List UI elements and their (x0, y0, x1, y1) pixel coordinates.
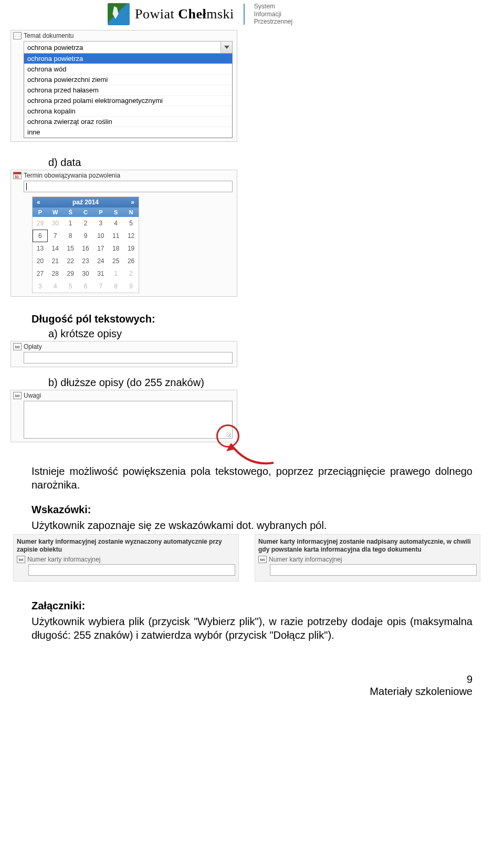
calendar-day-cell[interactable]: 21 (48, 255, 63, 267)
calendar-day-cell[interactable]: 17 (93, 242, 108, 255)
calendar-day-cell[interactable]: 1 (108, 267, 123, 280)
calendar-day-cell[interactable]: 22 (63, 255, 78, 267)
topic-option[interactable]: ochrona powierzchni ziemi (24, 75, 232, 85)
calendar-day-cell[interactable]: 16 (78, 242, 93, 255)
oplaty-field-group: Opłaty (10, 341, 237, 367)
logo-mark-icon (108, 3, 130, 25)
calendar-day-cell[interactable]: 19 (123, 242, 139, 255)
calendar-prev-button[interactable]: « (37, 199, 40, 206)
list-item-a: krótsze opisy (48, 328, 494, 340)
page-footer: 9 Materiały szkoleniowe (10, 673, 472, 698)
chevron-down-icon[interactable] (220, 41, 232, 53)
calendar-day-cell[interactable]: 28 (48, 267, 63, 280)
list-item-text: dłuższe opisy (do 255 znaków) (60, 377, 204, 388)
calendar-day-cell[interactable]: 29 (33, 217, 48, 230)
topic-label: Temat dokumentu (24, 32, 74, 39)
calendar-day-cell[interactable]: 6 (78, 280, 93, 293)
list-item-d: data (48, 157, 494, 169)
calendar-dow-row: PWŚCPSN (33, 207, 139, 217)
header-divider (244, 4, 245, 25)
calendar-day-cell[interactable]: 7 (48, 230, 63, 242)
calendar-day-cell[interactable]: 2 (78, 217, 93, 230)
calendar-day-cell[interactable]: 31 (93, 267, 108, 280)
list-item-b: dłuższe opisy (do 255 znaków) (48, 377, 494, 389)
calendar-day-cell[interactable]: 18 (108, 242, 123, 255)
calendar-day-cell[interactable]: 11 (108, 230, 123, 242)
topic-selected-value: ochrona powietrza (27, 44, 83, 51)
calendar-widget[interactable]: « paź 2014 » PWŚCPSN 2930123456789101112… (32, 196, 139, 293)
resize-explanation: Istnieje możliwość powiększenia pola tek… (32, 464, 472, 492)
attach-heading: Załączniki: (32, 599, 494, 612)
calendar-days-grid[interactable]: 2930123456789101112131415161718192021222… (33, 217, 139, 293)
calendar-day-cell[interactable]: 9 (78, 230, 93, 242)
calendar-day-cell[interactable]: 9 (123, 280, 139, 293)
calendar-day-cell[interactable]: 20 (33, 255, 48, 267)
calendar-day-cell[interactable]: 5 (63, 280, 78, 293)
calendar-day-cell[interactable]: 8 (63, 230, 78, 242)
date-input[interactable] (24, 181, 233, 192)
topic-option[interactable]: ochrona zwierząt oraz roślin (24, 117, 232, 127)
text-icon (13, 343, 22, 350)
calendar-month-label: paź 2014 (72, 199, 99, 206)
calendar-day-cell[interactable]: 23 (78, 255, 93, 267)
text-icon (13, 392, 22, 399)
card-number-label: Numer karty informacyjnej (269, 556, 342, 563)
topic-option[interactable]: ochrona wód (24, 64, 232, 75)
calendar-day-cell[interactable]: 15 (63, 242, 78, 255)
hints-text: Użytkownik zapoznaje się ze wskazówkami … (32, 518, 472, 532)
info-panels-row: Numer karty informacyjnej zostanie wyzna… (13, 534, 494, 582)
calendar-day-cell[interactable]: 12 (123, 230, 139, 242)
calendar-day-cell[interactable]: 4 (48, 280, 63, 293)
logo-text: Powiat Chełmski (135, 6, 234, 22)
calendar-day-cell[interactable]: 30 (48, 217, 63, 230)
topic-option[interactable]: inne (24, 127, 232, 138)
length-heading: Długość pól tekstowych: (32, 313, 494, 326)
calendar-day-cell[interactable]: 24 (93, 255, 108, 267)
calendar-day-cell[interactable]: 26 (123, 255, 139, 267)
info-panel-left: Numer karty informacyjnej zostanie wyzna… (13, 534, 239, 582)
date-field-group: Termin obowiązywania pozwolenia « paź 20… (10, 170, 237, 297)
topic-option[interactable]: ochrona przed polami elektromagnetycznym… (24, 96, 232, 106)
calendar-day-cell[interactable]: 30 (78, 267, 93, 280)
calendar-day-cell[interactable]: 25 (108, 255, 123, 267)
topic-option[interactable]: ochrona kopalin (24, 106, 232, 117)
calendar-day-cell[interactable]: 29 (63, 267, 78, 280)
page-number: 9 (10, 673, 472, 686)
brand-bold: Cheł (178, 6, 206, 22)
calendar-day-cell[interactable]: 2 (123, 267, 139, 280)
info-panel-right: Numer karty informacyjnej zostanie nadpi… (255, 534, 480, 582)
calendar-day-cell[interactable]: 1 (63, 217, 78, 230)
calendar-day-cell[interactable]: 6 (33, 230, 48, 242)
text-icon (17, 556, 25, 563)
calendar-next-button[interactable]: » (131, 199, 134, 206)
calendar-day-cell[interactable]: 27 (33, 267, 48, 280)
calendar-day-cell[interactable]: 5 (123, 217, 139, 230)
header-sub-line: System (254, 3, 292, 10)
header-sub-line: Informacji (254, 11, 292, 18)
calendar-day-cell[interactable]: 10 (93, 230, 108, 242)
oplaty-input[interactable] (24, 352, 233, 364)
card-number-input[interactable] (28, 564, 235, 576)
page-header: Powiat Chełmski System Informacji Przest… (108, 3, 494, 26)
topic-option[interactable]: ochrona przed hałasem (24, 85, 232, 96)
calendar-day-cell[interactable]: 3 (33, 280, 48, 293)
list-item-text: krótsze opisy (60, 328, 122, 339)
date-label: Termin obowiązywania pozwolenia (24, 172, 120, 179)
calendar-day-cell[interactable]: 8 (108, 280, 123, 293)
list-item-text: data (60, 157, 81, 168)
calendar-day-cell[interactable]: 7 (93, 280, 108, 293)
topic-option[interactable]: ochrona powietrza (24, 54, 232, 64)
uwagi-label: Uwagi (24, 392, 41, 399)
text-icon (258, 556, 267, 563)
topic-select[interactable]: ochrona powietrza (24, 41, 233, 54)
calendar-day-cell[interactable]: 4 (108, 217, 123, 230)
brand-suffix: mski (206, 6, 234, 22)
uwagi-textarea[interactable] (24, 401, 233, 439)
info-note: Numer karty informacyjnej zostanie wyzna… (17, 538, 235, 554)
card-number-input[interactable] (270, 564, 477, 576)
calendar-day-cell[interactable]: 14 (48, 242, 63, 255)
topic-dropdown-list[interactable]: ochrona powietrzaochrona wódochrona powi… (24, 54, 233, 138)
footer-caption: Materiały szkoleniowe (10, 686, 472, 698)
calendar-day-cell[interactable]: 3 (93, 217, 108, 230)
calendar-day-cell[interactable]: 13 (33, 242, 48, 255)
